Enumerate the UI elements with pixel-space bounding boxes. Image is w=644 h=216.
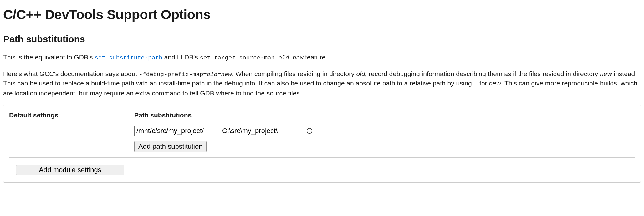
add-path-substitution-button[interactable]: Add path substitution — [134, 141, 207, 152]
settings-panel: Default settings Path substitutions Add … — [3, 105, 641, 182]
page-title: C/C++ DevTools Support Options — [3, 5, 641, 24]
fdebug-flag: -fdebug-prefix-map= — [139, 71, 207, 78]
path-substitution-row — [134, 126, 635, 136]
lldb-old-arg: old — [278, 54, 289, 61]
intro-mid: and LLDB's — [162, 54, 200, 61]
detail-paragraph: Here's what GCC's documentation says abo… — [3, 69, 641, 98]
intro-suffix: feature. — [303, 54, 327, 61]
lldb-command: set target.source-map — [200, 54, 279, 61]
path-substitutions-label: Path substitutions — [134, 111, 635, 120]
add-module-settings-button[interactable]: Add module settings — [16, 165, 124, 175]
intro-text: This is the equivalent to GDB's — [3, 54, 95, 61]
divider — [9, 157, 635, 158]
set-substitute-path-link[interactable]: set substitute-path — [95, 54, 162, 61]
intro-paragraph: This is the equivalent to GDB's set subs… — [3, 53, 641, 62]
remove-icon[interactable] — [306, 127, 313, 135]
default-settings-label: Default settings — [9, 111, 134, 120]
lldb-new-arg: new — [293, 54, 303, 61]
path-to-input[interactable] — [220, 126, 300, 136]
section-heading: Path substitutions — [3, 33, 641, 46]
path-from-input[interactable] — [134, 126, 214, 136]
